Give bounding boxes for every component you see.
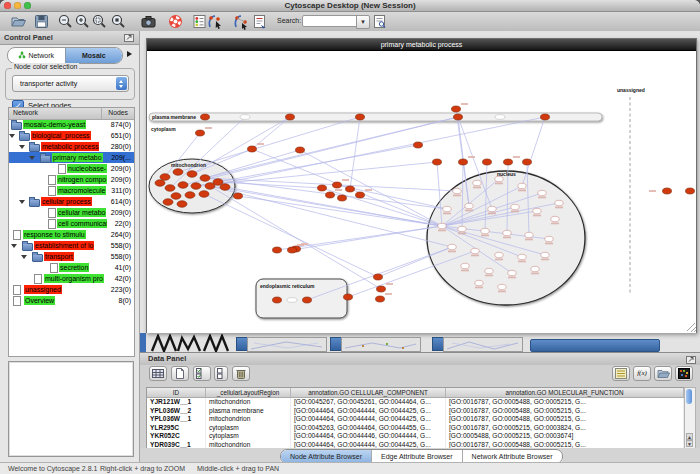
network-node[interactable] <box>171 193 181 200</box>
network-node[interactable] <box>199 191 209 198</box>
network-node[interactable] <box>338 195 347 201</box>
network-edge[interactable] <box>205 150 300 178</box>
tree-row[interactable]: biological_process651(0) <box>9 130 134 141</box>
table-row[interactable]: YPL036W__1mitochondrion[GO:0044464, GO:0… <box>147 415 684 424</box>
float-panel-icon[interactable] <box>124 33 134 42</box>
network-node[interactable] <box>498 284 506 289</box>
network-node[interactable] <box>187 171 197 178</box>
network-node[interactable] <box>448 244 456 249</box>
help-button[interactable] <box>167 13 184 30</box>
network-node[interactable] <box>165 185 175 192</box>
tab-network[interactable]: Network <box>8 48 65 63</box>
tree-row[interactable]: macromolecule311(0) <box>9 185 134 196</box>
network-node[interactable] <box>240 115 250 120</box>
network-node[interactable] <box>443 206 451 211</box>
delete-attribute-button[interactable] <box>232 366 250 381</box>
network-node[interactable] <box>318 185 327 191</box>
network-node[interactable] <box>286 114 295 120</box>
unselect-all-attributes-button[interactable] <box>214 366 228 381</box>
minimized-view-panel[interactable] <box>247 337 327 352</box>
network-node[interactable] <box>196 130 205 136</box>
network-node[interactable] <box>511 204 519 209</box>
function-builder-button[interactable]: f(x) <box>633 366 651 381</box>
network-node[interactable] <box>177 201 187 208</box>
scrollbar-thumb[interactable] <box>686 389 692 404</box>
network-node[interactable] <box>473 180 481 185</box>
network-node[interactable] <box>545 236 553 241</box>
select-all-attributes-button[interactable] <box>193 366 211 381</box>
table-row[interactable]: YJR121W__1mitochondrion[GO:0045267, GO:0… <box>147 398 684 407</box>
network-node[interactable] <box>155 180 165 187</box>
tree-row[interactable]: unassigned223(0) <box>9 284 134 295</box>
table-column-header[interactable]: ID <box>147 388 206 397</box>
minimized-view-panel[interactable] <box>341 337 421 352</box>
network-node[interactable] <box>551 216 559 221</box>
expander-arrow-icon[interactable] <box>11 244 17 248</box>
network-node[interactable] <box>344 294 353 300</box>
open-file-button[interactable] <box>10 13 27 30</box>
scroll-down-button[interactable]: ▼ <box>686 440 693 447</box>
network-node[interactable] <box>508 270 516 275</box>
birds-eye-view[interactable] <box>8 361 134 457</box>
table-row[interactable]: YPL036W__2plasma membrane[GO:0044464, GO… <box>147 407 684 416</box>
network-node[interactable] <box>555 200 563 205</box>
node-color-dropdown[interactable]: transporter activity <box>12 75 129 92</box>
network-node[interactable] <box>471 248 479 253</box>
expander-arrow-icon[interactable] <box>19 200 25 204</box>
create-attribute-button[interactable] <box>171 366 189 381</box>
zoom-in-button[interactable] <box>74 13 91 30</box>
network-node[interactable] <box>495 176 503 181</box>
select-attributes-button[interactable] <box>149 366 167 381</box>
tree-row[interactable]: cellular metabo209(0) <box>9 207 134 218</box>
network-edge[interactable] <box>196 145 418 186</box>
network-node[interactable] <box>538 190 546 195</box>
network-node[interactable] <box>414 142 423 148</box>
expander-arrow-icon[interactable] <box>21 255 27 259</box>
network-node[interactable] <box>504 159 513 165</box>
network-node[interactable] <box>518 254 526 259</box>
network-edge[interactable] <box>205 178 457 191</box>
link-nodes-tool-button[interactable] <box>233 13 250 30</box>
network-node[interactable] <box>234 193 243 199</box>
network-node[interactable] <box>333 182 342 188</box>
tab-mosaic[interactable]: Mosaic <box>65 48 123 63</box>
search-options-button[interactable] <box>373 13 387 30</box>
network-node[interactable] <box>503 230 511 235</box>
snapshot-button[interactable] <box>140 13 157 30</box>
network-node[interactable] <box>495 252 503 257</box>
tree-row[interactable]: response to stimulu264(0) <box>9 229 134 240</box>
expander-arrow-icon[interactable] <box>29 156 35 160</box>
network-node[interactable] <box>518 183 526 188</box>
attribute-list-button[interactable] <box>612 366 630 381</box>
network-node[interactable] <box>686 188 695 194</box>
tabs-overflow-arrow-icon[interactable] <box>127 51 132 57</box>
table-row[interactable]: YKR052Ccytoplasm[GO:0044464, GO:0044446,… <box>147 432 684 441</box>
network-node[interactable] <box>191 183 201 190</box>
network-node[interactable] <box>531 266 539 271</box>
search-dropdown-arrow-icon[interactable]: ▼ <box>356 15 370 29</box>
network-edge[interactable] <box>210 186 381 289</box>
network-node[interactable] <box>201 114 210 120</box>
network-node[interactable] <box>273 247 282 253</box>
tree-row[interactable]: Overview8(0) <box>9 295 134 306</box>
tree-row[interactable]: metabolic process280(0) <box>9 141 134 152</box>
network-node[interactable] <box>185 192 195 199</box>
network-node[interactable] <box>433 159 442 165</box>
expander-arrow-icon[interactable] <box>9 134 15 138</box>
scroll-up-button[interactable]: ▲ <box>686 433 693 440</box>
tree-row[interactable]: establishment of lo558(0) <box>9 240 134 251</box>
network-node[interactable] <box>465 203 473 208</box>
minimized-view-panel[interactable] <box>443 337 523 352</box>
network-node[interactable] <box>200 175 210 182</box>
table-scrollbar[interactable]: ▲ ▼ <box>684 387 696 450</box>
network-node[interactable] <box>454 114 463 120</box>
network-node[interactable] <box>483 159 492 165</box>
network-node[interactable] <box>296 147 305 153</box>
zoom-fit-button[interactable] <box>110 13 127 30</box>
float-panel-icon[interactable] <box>686 355 696 364</box>
network-node[interactable] <box>452 106 461 112</box>
network-node[interactable] <box>160 174 170 181</box>
resize-grip-icon[interactable] <box>687 323 696 332</box>
tree-row[interactable]: nucleobase-209(0) <box>9 163 134 174</box>
network-node[interactable] <box>475 280 483 285</box>
